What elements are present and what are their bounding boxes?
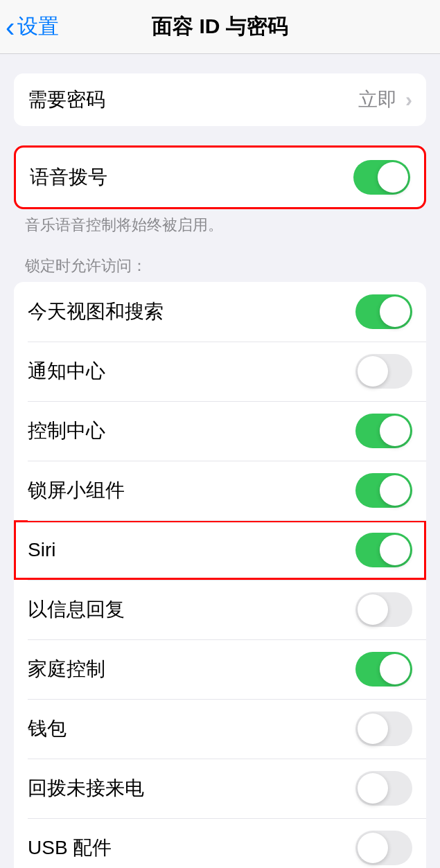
lock-access-item-toggle[interactable] (355, 414, 412, 448)
lock-access-row: USB 配件 (14, 818, 426, 868)
lock-access-row: 控制中心 (14, 401, 426, 461)
lock-access-item-label: 锁屏小组件 (28, 477, 125, 504)
lock-access-item-toggle[interactable] (355, 533, 412, 567)
lock-access-item-label: 通知中心 (28, 358, 105, 384)
lock-access-item-toggle[interactable] (355, 652, 412, 687)
lock-access-item-label: Siri (28, 539, 55, 561)
require-passcode-value: 立即 (358, 87, 397, 113)
voice-dial-toggle[interactable] (353, 160, 410, 195)
require-passcode-row[interactable]: 需要密码 立即 › (14, 73, 426, 126)
toggle-knob (378, 162, 408, 193)
back-label: 设置 (17, 12, 59, 41)
lock-access-item-toggle[interactable] (355, 473, 412, 508)
voice-dial-row: 语音拨号 (16, 148, 424, 207)
lock-access-header: 锁定时允许访问： (14, 256, 426, 282)
lock-access-row: 回拨未接来电 (14, 759, 426, 818)
voice-dial-footer: 音乐语音控制将始终被启用。 (14, 209, 426, 236)
lock-access-item-label: 以信息回复 (28, 596, 125, 623)
lock-access-item-toggle[interactable] (355, 771, 412, 806)
lock-access-item-label: USB 配件 (28, 835, 112, 861)
toggle-knob (358, 594, 388, 625)
lock-access-item-toggle[interactable] (355, 831, 412, 865)
lock-access-item-toggle[interactable] (355, 354, 412, 389)
lock-access-row: 以信息回复 (14, 580, 426, 639)
toggle-knob (380, 416, 410, 446)
lock-access-row: 家庭控制 (14, 639, 426, 699)
toggle-knob (380, 535, 410, 565)
lock-access-item-toggle[interactable] (355, 592, 412, 627)
lock-access-row: 今天视图和搜索 (14, 282, 426, 342)
lock-access-row: Siri (14, 520, 426, 580)
toggle-knob (380, 654, 410, 684)
require-passcode-label: 需要密码 (28, 87, 105, 113)
lock-access-item-toggle[interactable] (355, 294, 412, 329)
back-button[interactable]: ‹ 设置 (6, 12, 59, 41)
lock-access-row: 钱包 (14, 699, 426, 759)
toggle-knob (358, 833, 388, 863)
lock-access-row: 通知中心 (14, 342, 426, 401)
navigation-bar: ‹ 设置 面容 ID 与密码 (0, 0, 440, 54)
lock-access-row: 锁屏小组件 (14, 461, 426, 520)
toggle-knob (380, 296, 410, 327)
lock-access-item-label: 钱包 (28, 716, 67, 742)
toggle-knob (358, 773, 388, 804)
page-title: 面容 ID 与密码 (152, 12, 288, 41)
lock-access-item-label: 回拨未接来电 (28, 775, 144, 801)
voice-dial-label: 语音拨号 (30, 164, 107, 191)
lock-access-item-toggle[interactable] (355, 711, 412, 746)
toggle-knob (358, 356, 388, 387)
chevron-right-icon: › (405, 88, 412, 112)
lock-access-item-label: 家庭控制 (28, 656, 105, 682)
lock-access-list: 今天视图和搜索通知中心控制中心锁屏小组件Siri以信息回复家庭控制钱包回拨未接来… (14, 282, 426, 868)
toggle-knob (358, 714, 388, 744)
toggle-knob (380, 475, 410, 506)
lock-access-item-label: 控制中心 (28, 418, 105, 444)
chevron-left-icon: ‹ (6, 13, 15, 41)
lock-access-item-label: 今天视图和搜索 (28, 299, 164, 325)
